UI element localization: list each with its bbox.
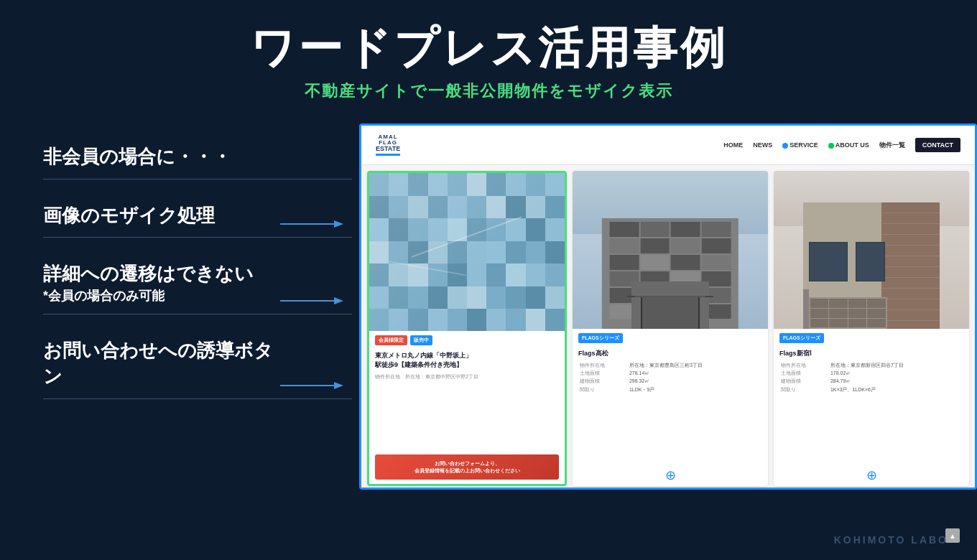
sub-title: 不動産サイトで一般非公開物件をモザイク表示: [0, 80, 977, 102]
feature-item-4: お問い合わせへの誘導ボタン: [43, 314, 352, 399]
feature-item-1: 非会員の場合に・・・: [43, 131, 352, 179]
property-info-2: Flags高松 物件所在地所在地：東京都豊島区三桁3丁目 土地面積278.14㎡…: [573, 346, 768, 465]
property-image-3: [774, 171, 969, 329]
property-detail-1: 物件所在地 所在地：東京都中野区中野2丁目: [375, 373, 559, 381]
svg-marker-3: [334, 297, 343, 304]
property-info-1: 東京メトロ丸ノ内線「中野坂上」駅徒歩9【建築条件付き売地】 物件所在地 所在地：…: [369, 348, 565, 451]
nav-service[interactable]: SERVICE: [782, 141, 818, 149]
property-name-3: Flags新宿Ⅰ: [779, 349, 963, 358]
badges-1: 会員様限定 販売中: [369, 331, 565, 348]
feature-text-2: 画像のモザイク処理: [43, 190, 280, 237]
feature-text-3: 詳細への遷移はできない *会員の場合のみ可能: [43, 248, 280, 314]
title-section: ワードプレス活用事例 不動産サイトで一般非公開物件をモザイク表示: [0, 0, 977, 102]
feature-arrow-2: [280, 217, 352, 237]
logo-underline: [376, 154, 400, 156]
left-panel: 非会員の場合に・・・ 画像のモザイク処理: [43, 123, 352, 398]
property-image-1: [369, 173, 565, 331]
feature-row-2: 画像のモザイク処理: [43, 179, 352, 237]
feature-title-1: 非会員の場合に・・・: [43, 131, 352, 178]
property-image-2: [573, 171, 768, 329]
arrow-icon-3: [280, 294, 345, 308]
property-detail-2: 物件所在地所在地：東京都豊島区三桁3丁目 土地面積278.14㎡ 建物面積298…: [578, 361, 762, 393]
website-mockup: AMAL FLAG ESTATE HOME NEWS SERVICE ABOUT…: [359, 123, 977, 490]
feature-row-3: 詳細への遷移はできない *会員の場合のみ可能: [43, 238, 352, 314]
feature-sub-3: *会員の場合のみ可能: [43, 287, 280, 305]
brand-label: KOHIMOTO LABO: [834, 534, 948, 546]
property-list: 会員様限定 販売中 東京メトロ丸ノ内線「中野坂上」駅徒歩9【建築条件付き売地】 …: [361, 165, 975, 490]
feature-title-4: お問い合わせへの誘導ボタン: [43, 325, 280, 398]
feature-title-3: 詳細への遷移はできない *会員の場合のみ可能: [43, 248, 280, 314]
nav-contact[interactable]: CONTACT: [915, 138, 960, 152]
cta-button-1[interactable]: お問い合わせフォームより、会員登録情報を記載の上お問い合わせください: [375, 454, 559, 480]
about-icon: [828, 143, 834, 149]
nav-properties[interactable]: 物件一覧: [879, 141, 905, 150]
badge-sale: 販売中: [410, 335, 432, 345]
content-area: 非会員の場合に・・・ 画像のモザイク処理: [0, 123, 977, 490]
feature-text-4: お問い合わせへの誘導ボタン: [43, 325, 280, 398]
property-name-2: Flags高松: [578, 349, 762, 358]
property-name-1: 東京メトロ丸ノ内線「中野坂上」駅徒歩9【建築条件付き売地】: [375, 351, 559, 369]
badges-2: FLAGSシリーズ: [573, 329, 768, 346]
feature-item-3: 詳細への遷移はできない *会員の場合のみ可能: [43, 238, 352, 314]
property-card-1: 会員様限定 販売中 東京メトロ丸ノ内線「中野坂上」駅徒歩9【建築条件付き売地】 …: [367, 171, 567, 486]
nav-news[interactable]: NEWS: [753, 141, 772, 149]
arrow-icon-4: [280, 378, 345, 393]
badges-3: FLAGSシリーズ: [774, 329, 969, 346]
plus-button-2[interactable]: ⊕: [573, 465, 768, 486]
feature-arrow-4: [280, 378, 352, 398]
property-card-3: FLAGSシリーズ Flags新宿Ⅰ 物件所在地所在地：東京都新宿区四谷7丁目 …: [774, 171, 969, 486]
mockup-nav: HOME NEWS SERVICE ABOUT US 物件一覧 CONTACT: [723, 138, 960, 152]
mockup-header: AMAL FLAG ESTATE HOME NEWS SERVICE ABOUT…: [361, 126, 975, 165]
arrow-icon-2: [280, 217, 345, 231]
badge-flags-2: FLAGSシリーズ: [578, 333, 623, 343]
badge-flags-3: FLAGSシリーズ: [779, 333, 824, 343]
nav-home[interactable]: HOME: [723, 141, 743, 149]
feature-item-2: 画像のモザイク処理: [43, 179, 352, 238]
feature-divider-4: [43, 398, 352, 399]
main-title: ワードプレス活用事例: [0, 22, 977, 75]
plus-button-3[interactable]: ⊕: [774, 465, 969, 486]
svg-marker-5: [334, 382, 343, 389]
property-info-3: Flags新宿Ⅰ 物件所在地所在地：東京都新宿区四谷7丁目 土地面積178.02…: [774, 346, 969, 465]
property-card-2: FLAGSシリーズ Flags高松 物件所在地所在地：東京都豊島区三桁3丁目 土…: [573, 171, 768, 486]
nav-about[interactable]: ABOUT US: [828, 141, 869, 149]
feature-title-2: 画像のモザイク処理: [43, 190, 280, 237]
feature-arrow-3: [280, 294, 352, 314]
service-icon: [782, 143, 788, 149]
property-detail-3: 物件所在地所在地：東京都新宿区四谷7丁目 土地面積178.02㎡ 建物面積284…: [779, 361, 963, 393]
site-logo: AMAL FLAG ESTATE: [376, 134, 400, 156]
logo-line3: ESTATE: [376, 146, 400, 152]
badge-member: 会員様限定: [375, 335, 407, 345]
svg-marker-1: [334, 220, 343, 228]
feature-row-4: お問い合わせへの誘導ボタン: [43, 314, 352, 398]
